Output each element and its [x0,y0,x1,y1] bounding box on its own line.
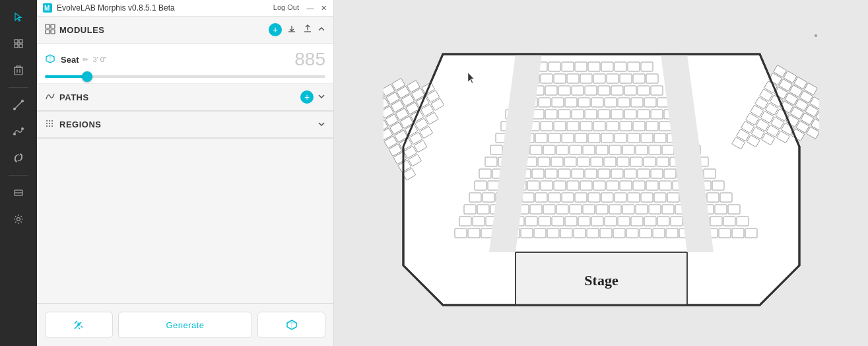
svg-rect-191 [575,193,587,202]
svg-rect-168 [527,181,539,190]
svg-rect-95 [646,121,658,131]
layer-tool-icon[interactable] [7,181,30,205]
svg-rect-50 [545,86,557,95]
modules-add-button[interactable]: + [269,23,282,36]
logout-button[interactable]: Log Out [271,3,302,13]
svg-rect-203 [464,205,476,214]
paths-add-button[interactable]: + [300,90,314,104]
modules-upload-button[interactable] [302,24,314,36]
svg-rect-89 [567,121,579,131]
settings-tool-icon[interactable] [7,207,30,231]
svg-rect-37 [641,62,653,71]
svg-rect-19 [51,24,55,28]
svg-rect-93 [620,121,632,131]
svg-rect-20 [46,30,50,34]
line-tool-icon[interactable] [7,93,30,117]
svg-rect-257 [600,228,612,238]
module-edit-icon[interactable]: ✏ [83,55,88,64]
select-tool-icon[interactable] [7,5,30,29]
module-item-header: Seat ✏ 3' 0" 885 [45,49,325,70]
svg-rect-254 [560,228,572,238]
svg-rect-61 [539,98,551,107]
svg-rect-216 [636,205,648,214]
svg-rect-196 [641,193,653,202]
close-button[interactable]: ✕ [319,3,328,13]
svg-rect-58 [651,86,663,95]
threed-button[interactable] [257,312,325,338]
svg-rect-170 [554,181,566,190]
svg-point-8 [13,133,16,135]
regions-section-header[interactable]: REGIONS [37,112,333,138]
svg-rect-88 [554,121,566,131]
modules-icon [45,24,55,36]
svg-rect-118 [556,145,568,155]
svg-rect-35 [615,62,626,71]
svg-rect-125 [649,145,661,155]
svg-rect-214 [609,205,621,214]
svg-rect-238 [644,217,656,226]
svg-rect-195 [628,193,640,202]
svg-rect-192 [588,193,600,202]
paths-title: PATHS [59,92,296,102]
transform-tool-icon[interactable] [7,146,30,170]
svg-rect-32 [575,62,587,71]
svg-rect-44 [607,74,618,83]
modules-download-button[interactable] [286,24,298,36]
minimize-button[interactable]: — [306,3,315,13]
seat-cube-icon [45,53,57,65]
module-slider-row [45,75,325,78]
paths-icon [45,91,55,104]
svg-rect-194 [615,193,626,202]
svg-rect-110 [654,133,666,143]
svg-rect-68 [631,98,643,107]
svg-rect-245 [737,217,749,226]
svg-rect-231 [552,217,564,226]
svg-rect-261 [653,228,665,238]
svg-rect-255 [574,228,585,238]
paths-section-header[interactable]: PATHS + [37,84,333,111]
svg-rect-78 [598,110,610,119]
svg-rect-133 [538,157,550,166]
svg-rect-106 [601,133,613,143]
svg-rect-193 [601,193,613,202]
svg-rect-172 [580,181,592,190]
regions-chevron-icon [317,120,325,130]
frame-tool-icon[interactable] [7,32,30,55]
svg-rect-217 [649,205,661,214]
svg-rect-80 [624,110,636,119]
node-tool-icon[interactable] [7,120,30,143]
svg-rect-47 [646,74,658,83]
svg-rect-122 [609,145,621,155]
modules-chevron-icon [317,24,325,35]
module-slider[interactable] [45,75,325,78]
svg-rect-159 [651,169,663,178]
svg-rect-209 [543,205,555,214]
panel-content: MODULES + [37,17,333,303]
generate-button[interactable]: Generate [118,312,253,338]
delete-tool-icon[interactable] [7,58,30,82]
svg-rect-211 [570,205,582,214]
svg-rect-175 [620,181,632,190]
main-panel: M EvolveLAB Morphis v0.8.5.1 Beta Log Ou… [37,0,334,346]
canvas-area[interactable]: Stage [334,0,868,346]
svg-rect-75 [558,110,570,119]
svg-rect-104 [575,133,587,143]
modules-section-header[interactable]: MODULES + [37,17,333,44]
module-slider-thumb[interactable] [82,71,92,82]
svg-rect-215 [622,205,634,214]
svg-rect-136 [578,157,589,166]
svg-rect-3 [19,44,22,48]
svg-rect-103 [562,133,574,143]
svg-rect-177 [646,181,658,190]
svg-rect-54 [598,86,610,95]
svg-rect-65 [591,98,603,107]
svg-rect-137 [591,157,603,166]
svg-rect-119 [570,145,582,155]
magic-button[interactable] [45,312,113,338]
svg-rect-202 [720,193,732,202]
svg-rect-141 [644,157,655,166]
svg-rect-267 [732,228,744,238]
svg-rect-2 [15,44,18,48]
svg-rect-52 [572,86,584,95]
svg-rect-246 [455,228,467,238]
